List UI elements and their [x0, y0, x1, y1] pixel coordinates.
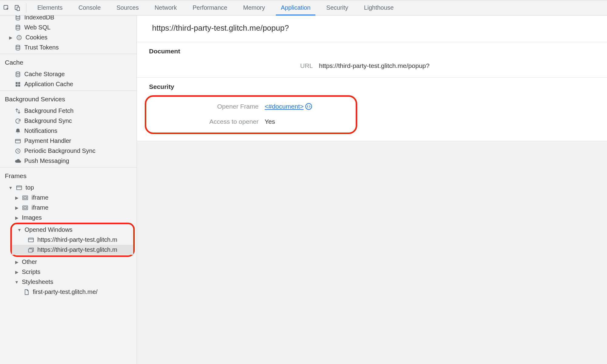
- sidebar-item-label: Stylesheets: [22, 278, 53, 285]
- svg-rect-23: [29, 238, 34, 242]
- iframe-icon: [22, 204, 29, 211]
- sidebar-item-label: Scripts: [22, 268, 40, 275]
- database-icon: [15, 24, 21, 31]
- database-icon: [15, 44, 21, 51]
- frames-openedwindows[interactable]: ▼ Opened Windows: [12, 225, 133, 235]
- sidebar-item-bgsync[interactable]: Background Sync: [0, 116, 137, 126]
- caret-right-icon: ▶: [15, 195, 19, 200]
- svg-point-4: [16, 25, 20, 27]
- card-icon: [15, 138, 21, 144]
- sidebar-item-label: Cookies: [25, 34, 47, 41]
- sidebar-item-notifications[interactable]: Notifications: [0, 126, 137, 136]
- cookie-icon: [16, 34, 22, 41]
- sidebar-item-label: Cache Storage: [24, 71, 65, 78]
- label-url: URL: [149, 62, 319, 69]
- caret-right-icon: ▶: [8, 35, 13, 40]
- value-url: https://third-party-test.glitch.me/popup…: [319, 62, 429, 69]
- caret-down-icon: ▼: [15, 280, 19, 285]
- svg-rect-18: [17, 186, 22, 190]
- tab-lighthouse[interactable]: Lighthouse: [356, 0, 402, 15]
- application-sidebar: IndexedDB Web SQL ▶ Cookies: [0, 15, 137, 364]
- section-cache: Cache: [0, 55, 137, 69]
- svg-rect-22: [24, 207, 26, 209]
- sidebar-item-cookies[interactable]: ▶ Cookies: [0, 32, 137, 42]
- svg-rect-13: [18, 82, 20, 84]
- sidebar-item-cachestorage[interactable]: Cache Storage: [0, 69, 137, 79]
- sidebar-item-indexeddb[interactable]: IndexedDB: [0, 15, 137, 22]
- section-security: Security: [137, 78, 607, 95]
- sidebar-item-bgfetch[interactable]: Background Fetch: [0, 106, 137, 116]
- frames-stylesheets[interactable]: ▼ Stylesheets: [0, 277, 137, 287]
- toolbar-divider: [26, 3, 26, 12]
- caret-right-icon: ▶: [15, 215, 19, 220]
- frames-iframe-1[interactable]: ▶ iframe: [0, 193, 137, 203]
- grid-icon: [15, 81, 21, 88]
- svg-point-7: [19, 36, 20, 37]
- sidebar-item-label: Trust Tokens: [24, 44, 59, 51]
- tab-elements[interactable]: Elements: [29, 0, 70, 15]
- sidebar-item-label: Web SQL: [24, 24, 50, 31]
- svg-point-8: [19, 38, 19, 39]
- sidebar-item-paymenthandler[interactable]: Payment Handler: [0, 136, 137, 146]
- frames-stylesheet-1[interactable]: first-party-test.glitch.me/: [0, 287, 137, 297]
- sidebar-item-trusttokens[interactable]: Trust Tokens: [0, 42, 137, 52]
- sidebar-item-label: IndexedDB: [24, 15, 54, 21]
- sidebar-item-label: iframe: [32, 194, 49, 201]
- sidebar-item-label: Periodic Background Sync: [24, 147, 96, 154]
- sidebar-item-label: Application Cache: [24, 81, 73, 88]
- tab-console[interactable]: Console: [70, 0, 108, 15]
- caret-right-icon: ▶: [15, 205, 19, 210]
- tab-network[interactable]: Network: [147, 0, 185, 15]
- sidebar-item-label: Background Sync: [24, 117, 72, 124]
- svg-rect-19: [23, 196, 28, 200]
- svg-rect-2: [17, 7, 19, 11]
- svg-rect-20: [24, 197, 26, 199]
- sidebar-item-label: Other: [22, 258, 37, 265]
- inspect-icon[interactable]: [3, 5, 10, 11]
- clock-icon: [15, 148, 21, 154]
- document-icon: [23, 289, 30, 295]
- link-opener-frame[interactable]: <#document>: [265, 103, 304, 110]
- frames-images[interactable]: ▶ Images: [0, 213, 137, 223]
- windows-icon: [28, 247, 34, 253]
- frames-iframe-2[interactable]: ▶ iframe: [0, 203, 137, 213]
- value-access-opener: Yes: [265, 118, 275, 125]
- devtools-toolbar: Elements Console Sources Network Perform…: [0, 0, 607, 15]
- sidebar-item-label: first-party-test.glitch.me/: [33, 288, 97, 295]
- annotation-security-block: Opener Frame <#document> Access to opene…: [145, 95, 357, 134]
- database-icon: [15, 71, 21, 78]
- svg-point-3: [16, 15, 20, 17]
- svg-rect-14: [16, 84, 18, 86]
- label-opener-frame: Opener Frame: [158, 103, 265, 110]
- device-toggle-icon[interactable]: [14, 5, 21, 11]
- bell-icon: [15, 128, 21, 134]
- section-frames: Frames: [0, 169, 137, 183]
- frames-openedwindow-2[interactable]: https://third-party-test.glitch.m: [12, 245, 133, 255]
- sidebar-item-label: https://third-party-test.glitch.m: [37, 246, 117, 253]
- tab-security[interactable]: Security: [318, 0, 356, 15]
- sidebar-item-appcache[interactable]: Application Cache: [0, 79, 137, 89]
- svg-rect-24: [29, 249, 32, 252]
- sidebar-item-pushmsg[interactable]: Push Messaging: [0, 156, 137, 166]
- sidebar-item-label: Opened Windows: [25, 226, 73, 233]
- svg-point-6: [18, 36, 19, 37]
- sidebar-item-periodicbgsync[interactable]: Periodic Background Sync: [0, 146, 137, 156]
- svg-point-9: [20, 38, 20, 38]
- section-bgservices: Background Services: [0, 92, 137, 106]
- sidebar-item-label: iframe: [32, 204, 49, 211]
- tab-performance[interactable]: Performance: [185, 0, 236, 15]
- tab-sources[interactable]: Sources: [109, 0, 147, 15]
- reveal-node-icon[interactable]: [305, 103, 312, 110]
- annotation-opened-windows: ▼ Opened Windows https://third-party-tes…: [10, 223, 135, 257]
- sidebar-item-label: Images: [22, 214, 42, 221]
- tab-memory[interactable]: Memory: [235, 0, 273, 15]
- sidebar-item-label: Background Fetch: [24, 107, 73, 114]
- frames-other[interactable]: ▶ Other: [0, 257, 137, 267]
- cloud-icon: [15, 158, 21, 164]
- frames-scripts[interactable]: ▶ Scripts: [0, 267, 137, 277]
- frame-details-panel: https://third-party-test.glitch.me/popup…: [137, 15, 607, 364]
- tab-application[interactable]: Application: [273, 0, 318, 15]
- frames-top[interactable]: ▼ top: [0, 183, 137, 193]
- sidebar-item-websql[interactable]: Web SQL: [0, 22, 137, 32]
- frames-openedwindow-1[interactable]: https://third-party-test.glitch.m: [12, 235, 133, 245]
